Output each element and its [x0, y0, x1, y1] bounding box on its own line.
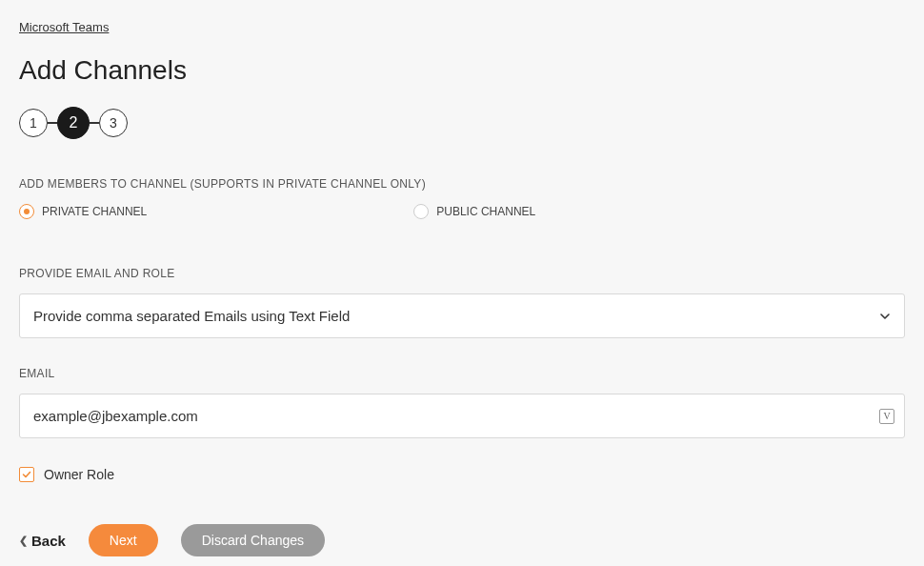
page-title: Add Channels [19, 55, 905, 86]
checkbox-icon [19, 467, 34, 482]
radio-icon [19, 204, 34, 219]
private-channel-radio[interactable]: PRIVATE CHANNEL [19, 204, 147, 219]
members-section-label: ADD MEMBERS TO CHANNEL (SUPPORTS IN PRIV… [19, 177, 905, 191]
breadcrumb-link[interactable]: Microsoft Teams [19, 20, 109, 34]
public-channel-radio[interactable]: PUBLIC CHANNEL [413, 204, 535, 219]
step-connector [90, 122, 99, 124]
step-connector [48, 122, 57, 124]
email-input[interactable] [33, 408, 891, 424]
owner-role-checkbox[interactable]: Owner Role [19, 467, 905, 482]
email-field-label: EMAIL [19, 367, 905, 380]
email-field-wrapper: V [19, 394, 905, 438]
step-1[interactable]: 1 [19, 109, 48, 137]
chevron-left-icon: ❮ [19, 535, 28, 547]
next-button[interactable]: Next [89, 524, 158, 556]
channel-type-radio-group: PRIVATE CHANNEL PUBLIC CHANNEL [19, 204, 905, 219]
variable-badge-icon[interactable]: V [879, 409, 894, 424]
public-channel-radio-label: PUBLIC CHANNEL [436, 205, 535, 218]
back-button[interactable]: ❮ Back [19, 533, 66, 549]
step-2[interactable]: 2 [57, 107, 90, 139]
back-button-label: Back [31, 533, 66, 549]
button-row: ❮ Back Next Discard Changes [19, 524, 905, 556]
email-role-select[interactable]: Provide comma separated Emails using Tex… [19, 293, 905, 338]
step-3[interactable]: 3 [99, 109, 128, 137]
stepper: 1 2 3 [19, 107, 905, 139]
email-role-select-value: Provide comma separated Emails using Tex… [33, 308, 350, 324]
owner-role-label: Owner Role [44, 467, 114, 482]
private-channel-radio-label: PRIVATE CHANNEL [42, 205, 147, 218]
discard-changes-button[interactable]: Discard Changes [181, 524, 325, 556]
chevron-down-icon [879, 311, 891, 322]
email-role-label: PROVIDE EMAIL AND ROLE [19, 267, 905, 280]
radio-icon [413, 204, 429, 219]
